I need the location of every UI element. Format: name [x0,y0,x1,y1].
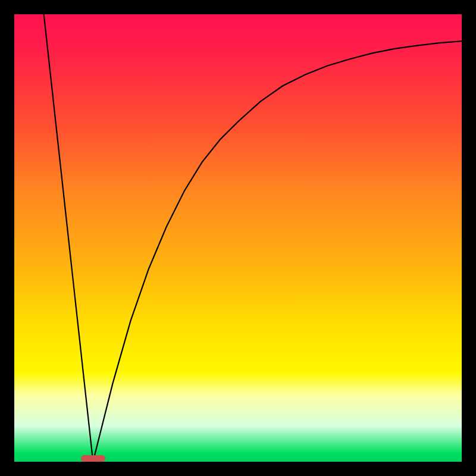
right-branch-path [93,41,462,462]
frame-right [462,0,476,476]
frame-left [0,0,14,476]
left-branch-path [44,14,93,462]
watermark-text: TheBottlenecker.com [349,1,474,17]
plot-area [14,14,462,462]
frame-bottom [0,462,476,476]
chart-container: TheBottlenecker.com [0,0,476,476]
minimum-marker [81,455,105,462]
curve-svg [14,14,462,462]
